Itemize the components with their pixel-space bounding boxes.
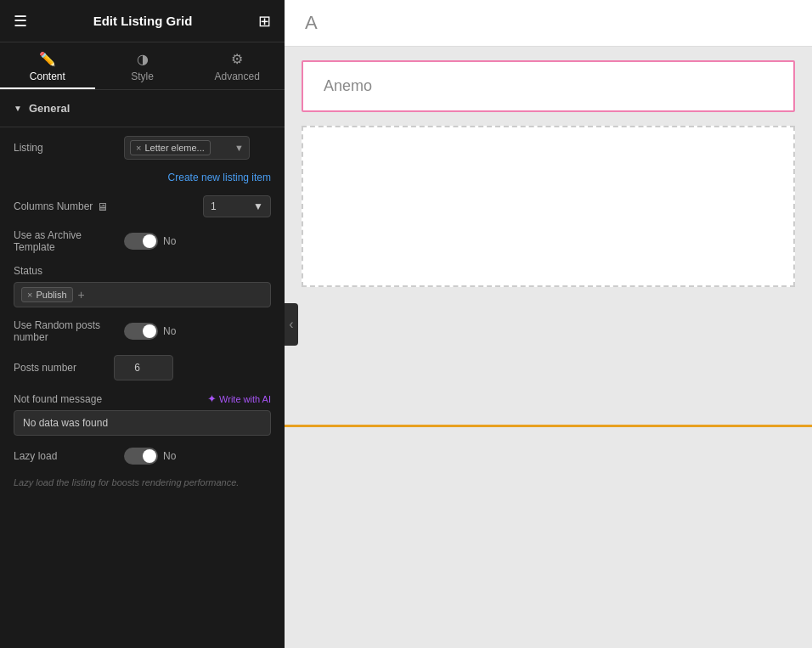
tabs: ✏️ Content ◑ Style ⚙ Advanced bbox=[0, 42, 285, 90]
lazy-toggle-wrapper: No bbox=[124, 448, 271, 465]
status-row: Status × Publish + bbox=[14, 265, 271, 307]
random-toggle-control: No bbox=[124, 323, 271, 340]
status-label: Status bbox=[14, 265, 271, 277]
style-tab-icon: ◑ bbox=[137, 51, 149, 67]
archive-toggle-wrapper: No bbox=[124, 233, 271, 250]
archive-toggle-label: No bbox=[163, 235, 176, 247]
columns-select[interactable]: 1 ▼ bbox=[203, 195, 271, 217]
columns-label: Columns Number 🖥 bbox=[14, 200, 108, 213]
listing-control: × Letter eleme... ▼ bbox=[124, 136, 271, 160]
posts-number-input[interactable] bbox=[114, 355, 173, 380]
tab-advanced[interactable]: ⚙ Advanced bbox=[189, 42, 285, 89]
archive-toggle-control: No bbox=[124, 233, 271, 250]
section-divider bbox=[0, 127, 285, 127]
posts-number-row: Posts number bbox=[14, 355, 271, 380]
advanced-tab-label: Advanced bbox=[214, 70, 259, 82]
columns-row: Columns Number 🖥 1 ▼ bbox=[14, 195, 271, 217]
status-tag-x[interactable]: × bbox=[27, 290, 32, 300]
listing-chevron-icon: ▼ bbox=[234, 143, 244, 153]
lazy-toggle-knob bbox=[143, 449, 156, 463]
columns-chevron-icon: ▼ bbox=[253, 200, 263, 212]
lazy-toggle[interactable] bbox=[124, 448, 158, 465]
random-posts-label: Use Random posts number bbox=[14, 319, 124, 343]
form-content: Listing × Letter eleme... ▼ Create new l… bbox=[0, 136, 285, 496]
tab-style[interactable]: ◑ Style bbox=[95, 42, 190, 89]
general-section-label: General bbox=[29, 102, 70, 115]
content-tab-icon: ✏️ bbox=[39, 51, 56, 67]
right-panel: ‹ A Anemo bbox=[285, 0, 812, 648]
lazy-toggle-control: No bbox=[124, 448, 271, 465]
left-panel: ☰ Edit Listing Grid ⊞ ✏️ Content ◑ Style… bbox=[0, 0, 285, 648]
preview-dashed-box bbox=[302, 126, 795, 287]
not-found-row: Not found message ✦ Write with AI bbox=[14, 392, 271, 436]
top-bar: ☰ Edit Listing Grid ⊞ bbox=[0, 0, 285, 42]
random-toggle-wrapper: No bbox=[124, 323, 271, 340]
preview-letter-a: A bbox=[285, 0, 812, 47]
create-listing-link[interactable]: Create new listing item bbox=[14, 172, 271, 183]
status-add-button[interactable]: + bbox=[78, 288, 85, 301]
lazy-label: Lazy load bbox=[14, 450, 124, 462]
not-found-label: Not found message bbox=[14, 393, 107, 405]
random-toggle-label: No bbox=[163, 325, 176, 337]
archive-label: Use as Archive Template bbox=[14, 229, 124, 253]
monitor-icon: 🖥 bbox=[97, 200, 108, 213]
archive-toggle-knob bbox=[143, 234, 156, 248]
status-tags-container[interactable]: × Publish + bbox=[14, 282, 271, 307]
lazy-toggle-row: Lazy load No bbox=[14, 448, 271, 465]
preview-anemo-text: Anemo bbox=[324, 77, 372, 94]
tab-content[interactable]: ✏️ Content bbox=[0, 42, 95, 89]
yellow-divider-line bbox=[285, 425, 812, 427]
grid-icon[interactable]: ⊞ bbox=[258, 12, 271, 31]
status-publish-tag: × Publish bbox=[21, 287, 73, 302]
ai-sparkle-icon: ✦ bbox=[207, 392, 217, 405]
not-found-input[interactable] bbox=[14, 410, 271, 436]
status-tag-label: Publish bbox=[36, 290, 66, 300]
lazy-description: Lazy load the listing for boosts renderi… bbox=[14, 476, 271, 489]
listing-label: Listing bbox=[14, 142, 124, 154]
general-section-header[interactable]: ▼ General bbox=[0, 90, 285, 123]
advanced-tab-icon: ⚙ bbox=[231, 51, 243, 67]
collapse-panel-button[interactable]: ‹ bbox=[285, 303, 298, 346]
random-posts-row: Use Random posts number No bbox=[14, 319, 271, 343]
preview-anemo-card: Anemo bbox=[302, 60, 795, 112]
archive-template-row: Use as Archive Template No bbox=[14, 229, 271, 253]
listing-row: Listing × Letter eleme... ▼ bbox=[14, 136, 271, 160]
hamburger-icon[interactable]: ☰ bbox=[14, 12, 27, 31]
write-ai-button[interactable]: ✦ Write with AI bbox=[207, 392, 271, 405]
random-toggle[interactable] bbox=[124, 323, 158, 340]
content-tab-label: Content bbox=[30, 70, 65, 82]
section-arrow-icon: ▼ bbox=[14, 104, 22, 113]
not-found-header: Not found message ✦ Write with AI bbox=[14, 392, 271, 405]
listing-select[interactable]: × Letter eleme... ▼ bbox=[124, 136, 250, 160]
canvas-area: A Anemo bbox=[285, 0, 812, 648]
lazy-load-row: Lazy load No Lazy load the listing for b… bbox=[14, 448, 271, 489]
random-toggle-knob bbox=[143, 324, 156, 338]
listing-tag: × Letter eleme... bbox=[130, 140, 211, 155]
editor-title: Edit Listing Grid bbox=[93, 14, 193, 28]
style-tab-label: Style bbox=[131, 70, 154, 82]
lazy-toggle-label: No bbox=[163, 450, 176, 462]
archive-toggle[interactable] bbox=[124, 233, 158, 250]
posts-number-label: Posts number bbox=[14, 362, 107, 374]
